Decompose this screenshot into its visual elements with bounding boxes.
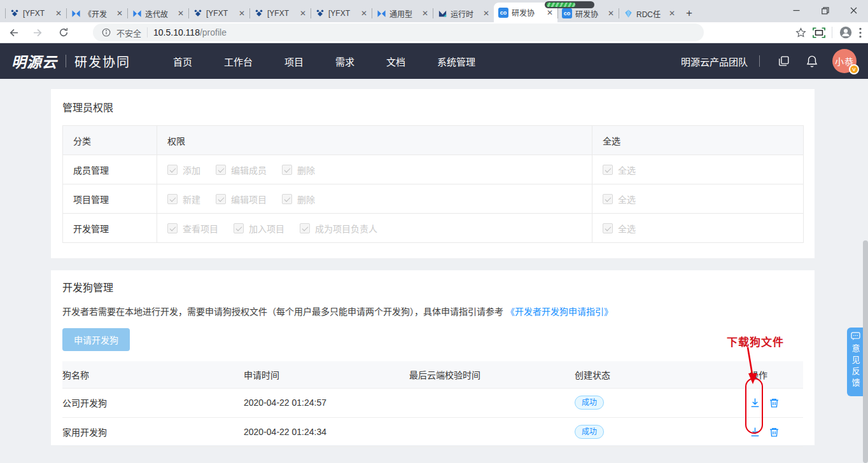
browser-tab-2[interactable]: 《开发 ✕ bbox=[66, 4, 127, 22]
checkbox-checked-disabled bbox=[167, 194, 178, 204]
toolbar-right bbox=[795, 25, 868, 39]
status-badge: 成功 bbox=[575, 425, 604, 439]
close-icon[interactable]: ✕ bbox=[483, 10, 489, 17]
close-icon[interactable]: ✕ bbox=[239, 10, 245, 17]
admin-permissions-card: 管理员权限 分类 权限 全选 成员管理 添加 编辑成员 bbox=[51, 89, 815, 258]
checkbox-checked-disabled bbox=[282, 194, 292, 204]
browser-tab-11[interactable]: RDC任 ✕ bbox=[619, 4, 680, 22]
app-logo[interactable]: 明源云 bbox=[11, 50, 57, 72]
last-verify-time bbox=[409, 388, 575, 417]
apply-time: 2020-04-22 01:24:57 bbox=[244, 388, 409, 417]
main-menu: 首页 工作台 项目 需求 文档 系统管理 bbox=[157, 43, 491, 79]
table-header-row: 分类 权限 全选 bbox=[63, 126, 804, 155]
browser-menu-icon[interactable] bbox=[859, 27, 862, 38]
feedback-widget[interactable]: 意见反馈 bbox=[847, 328, 864, 396]
workspace-switch-icon[interactable] bbox=[778, 55, 790, 67]
co-icon: co bbox=[498, 8, 508, 18]
reload-icon[interactable] bbox=[51, 22, 76, 43]
annotation-highlight-box bbox=[745, 378, 763, 434]
category-label: 项目管理 bbox=[63, 184, 157, 214]
table-row: 家用开发狗 2020-04-22 01:24:34 成功 bbox=[62, 417, 803, 446]
checkbox-checked-disabled bbox=[216, 165, 226, 175]
close-icon[interactable]: ✕ bbox=[361, 10, 367, 17]
scrollbar-thumb[interactable] bbox=[863, 240, 868, 463]
menu-item-workbench[interactable]: 工作台 bbox=[208, 43, 269, 79]
feedback-label: 意见反馈 bbox=[850, 344, 862, 390]
table-row: 项目管理 新建 编辑项目 删除 全选 bbox=[63, 184, 804, 214]
security-label[interactable]: 不安全 bbox=[116, 27, 141, 39]
close-icon[interactable]: ✕ bbox=[669, 10, 675, 17]
close-window-button[interactable] bbox=[839, 0, 868, 21]
confluence-icon bbox=[71, 8, 81, 18]
new-tab-button[interactable]: + bbox=[680, 4, 699, 22]
menu-item-project[interactable]: 项目 bbox=[269, 43, 319, 79]
url-text[interactable]: 10.5.10.118/profile bbox=[153, 27, 227, 38]
forward-icon[interactable] bbox=[25, 22, 51, 43]
last-verify-time bbox=[409, 417, 575, 446]
dog-name: 家用开发狗 bbox=[62, 417, 244, 446]
browser-profile-avatar[interactable] bbox=[839, 25, 853, 39]
browser-tab-7[interactable]: 通用型 ✕ bbox=[372, 4, 433, 22]
divider bbox=[66, 55, 66, 67]
address-bar[interactable]: 不安全 10.5.10.118/profile bbox=[93, 24, 704, 41]
screen-capture-icon[interactable] bbox=[813, 27, 825, 38]
category-label: 成员管理 bbox=[63, 155, 157, 184]
delete-icon[interactable] bbox=[769, 427, 780, 438]
browser-tab-6[interactable]: [YFXT ✕ bbox=[311, 4, 372, 22]
window-controls bbox=[782, 0, 868, 21]
devdog-card: 开发狗管理 开发者若需要在本地进行开发，需要申请狗授权文件（每个用户最多只能申请… bbox=[51, 270, 815, 445]
devdog-guide-link[interactable]: 《开发者开发狗申请指引》 bbox=[506, 307, 613, 317]
profile-page: 管理员权限 分类 权限 全选 成员管理 添加 编辑成员 bbox=[0, 79, 868, 463]
permissions-table: 分类 权限 全选 成员管理 添加 编辑成员 删除 全选 bbox=[62, 125, 804, 243]
col-apply-time: 申请时间 bbox=[244, 361, 409, 388]
co-icon: co bbox=[562, 8, 572, 18]
close-icon[interactable]: ✕ bbox=[547, 9, 553, 17]
delete-icon[interactable] bbox=[769, 397, 780, 408]
table-row: 开发管理 查看项目 加入项目 成为项目负责人 全选 bbox=[63, 214, 804, 243]
close-icon[interactable]: ✕ bbox=[300, 10, 306, 17]
checkbox-checked-disabled bbox=[603, 194, 613, 204]
browser-tab-1[interactable]: [YFXT ✕ bbox=[5, 4, 66, 22]
header-right: 明源云产品团队 小恭 V bbox=[681, 49, 857, 73]
col-select-all: 全选 bbox=[592, 126, 804, 155]
browser-tab-strip: [YFXT ✕ 《开发 ✕ 迭代故 ✕ [YFXT ✕ [YFXT ✕ [YFX… bbox=[0, 0, 868, 22]
status-badge: 成功 bbox=[575, 396, 604, 410]
apply-time: 2020-04-22 01:24:34 bbox=[244, 417, 409, 446]
checkbox-checked-disabled bbox=[300, 223, 310, 233]
team-name[interactable]: 明源云产品团队 bbox=[681, 55, 748, 68]
user-avatar[interactable]: 小恭 V bbox=[832, 49, 857, 73]
jira-icon bbox=[254, 8, 264, 18]
checkbox-checked-disabled bbox=[234, 223, 244, 233]
menu-item-system-admin[interactable]: 系统管理 bbox=[421, 43, 491, 79]
menu-item-home[interactable]: 首页 bbox=[157, 43, 208, 79]
table-row: 公司开发狗 2020-04-22 01:24:57 成功 bbox=[62, 388, 803, 417]
back-icon[interactable] bbox=[0, 22, 25, 43]
close-icon[interactable]: ✕ bbox=[116, 10, 123, 17]
app-name: 研发协同 bbox=[74, 52, 130, 71]
close-icon[interactable]: ✕ bbox=[608, 10, 614, 17]
bookmark-star-icon[interactable] bbox=[795, 27, 806, 38]
menu-item-requirement[interactable]: 需求 bbox=[319, 43, 370, 79]
minimize-button[interactable] bbox=[782, 0, 811, 21]
restore-button[interactable] bbox=[811, 0, 839, 21]
tab-loading-indicator bbox=[545, 1, 594, 8]
info-icon[interactable] bbox=[102, 28, 111, 37]
jira-icon bbox=[193, 8, 203, 18]
browser-tab-8[interactable]: 运行时 ✕ bbox=[433, 4, 494, 22]
apply-devdog-button[interactable]: 申请开发狗 bbox=[62, 328, 130, 351]
browser-tab-5[interactable]: [YFXT ✕ bbox=[249, 4, 311, 22]
browser-tab-3[interactable]: 迭代故 ✕ bbox=[127, 4, 188, 22]
notification-bell-icon[interactable] bbox=[806, 55, 818, 68]
jira-icon bbox=[10, 8, 20, 18]
checkbox-checked-disabled bbox=[603, 165, 613, 175]
divider bbox=[832, 27, 832, 38]
browser-tab-4[interactable]: [YFXT ✕ bbox=[188, 4, 249, 22]
m-icon bbox=[437, 8, 447, 18]
avatar-level-badge: V bbox=[849, 64, 859, 74]
close-icon[interactable]: ✕ bbox=[178, 10, 184, 17]
checkbox-checked-disabled bbox=[167, 165, 178, 175]
checkbox-checked-disabled bbox=[282, 165, 292, 175]
menu-item-document[interactable]: 文档 bbox=[370, 43, 421, 79]
close-icon[interactable]: ✕ bbox=[55, 10, 62, 17]
close-icon[interactable]: ✕ bbox=[422, 10, 428, 17]
